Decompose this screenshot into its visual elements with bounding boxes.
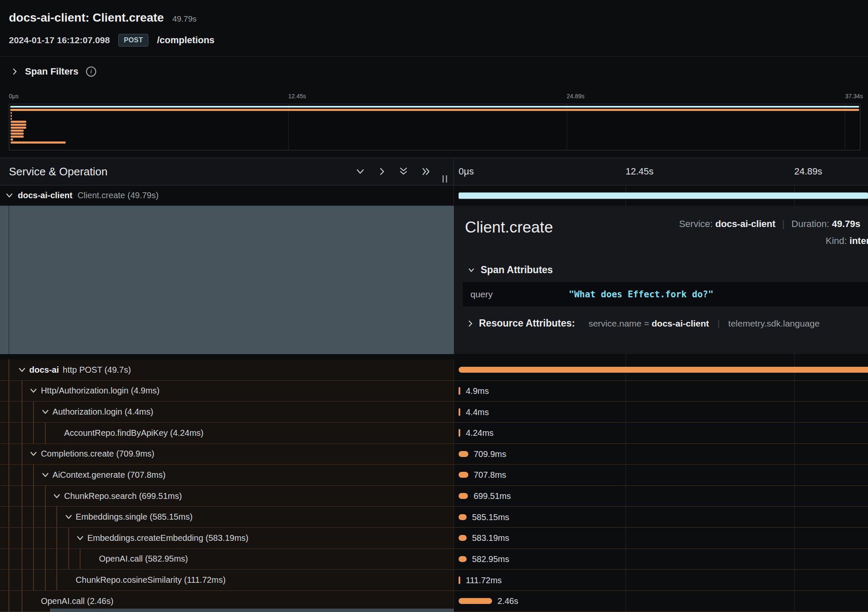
span-row-timeline[interactable]: 111.72ms — [454, 570, 868, 590]
span-detail-meta: Service: docs-ai-client|Duration: 49.79s — [679, 219, 860, 230]
span-bar[interactable] — [459, 493, 468, 499]
indent-guide — [22, 402, 22, 422]
span-row-label[interactable]: docs-ai http POST (49.7s) — [0, 360, 454, 380]
span-bar[interactable] — [459, 598, 492, 604]
span-row[interactable]: ChunkRepo.search (699.51ms) 699.51ms — [0, 486, 868, 507]
span-row-label[interactable]: ChunkRepo.search (699.51ms) — [0, 486, 454, 507]
expand-chevron-icon[interactable] — [42, 410, 49, 414]
resource-attributes-toggle[interactable]: Resource Attributes: — [479, 318, 575, 329]
expand-chevron-icon[interactable] — [77, 536, 83, 540]
collapse-all-button[interactable] — [422, 167, 431, 176]
selected-span-highlight[interactable] — [0, 206, 454, 354]
trace-header: docs-ai-client: Client.create 49.79s 202… — [0, 0, 868, 57]
span-row-label[interactable]: Completions.create (709.9ms) — [0, 444, 454, 465]
minimap-span-bar — [11, 133, 24, 135]
span-bar[interactable] — [459, 556, 467, 562]
span-row[interactable]: Http/Authorization.login (4.9ms) 4.9ms — [0, 381, 868, 402]
span-row-label[interactable]: Authorization.login (4.4ms) — [0, 402, 454, 422]
expand-chevron-icon[interactable] — [30, 451, 37, 456]
span-row[interactable]: Authorization.login (4.4ms) 4.4ms — [0, 402, 868, 423]
span-row-label[interactable]: ChunkRepo.cosineSimilarity (111.72ms) — [0, 570, 454, 590]
span-row-label[interactable]: AiContext.generate (707.8ms) — [0, 465, 454, 485]
span-attributes-toggle[interactable]: Span Attributes — [468, 264, 553, 276]
span-row-timeline[interactable]: 585.15ms — [454, 507, 868, 527]
service-name: docs-ai-client — [18, 191, 72, 200]
expand-chevron-icon[interactable] — [6, 193, 13, 198]
span-row[interactable]: Embeddings.createEmbedding (583.19ms) 58… — [0, 528, 868, 549]
minimap-tick: 37.34s — [845, 93, 863, 100]
span-filters-section: Span Filters i — [0, 57, 868, 86]
expand-chevron-icon[interactable] — [53, 494, 60, 498]
expand-chevron-icon[interactable] — [19, 368, 25, 372]
span-row[interactable]: OpenAI.call (582.95ms) 582.95ms — [0, 549, 868, 570]
span-bar[interactable] — [459, 193, 868, 199]
span-row[interactable]: ChunkRepo.cosineSimilarity (111.72ms) 11… — [0, 570, 868, 591]
span-duration-label: 111.72ms — [466, 575, 502, 585]
operation-name: Http/Authorization.login (4.9ms) — [41, 386, 159, 396]
indent-guide — [68, 528, 69, 548]
span-bar[interactable] — [459, 535, 467, 541]
minimap-span-bar — [11, 118, 12, 120]
span-row-timeline[interactable]: 582.95ms — [454, 549, 868, 570]
span-row[interactable]: docs-ai http POST (49.7s) — [0, 360, 868, 381]
span-row-label[interactable]: OpenAI.call (582.95ms) — [0, 549, 454, 570]
span-row[interactable]: Embeddings.single (585.15ms) 585.15ms — [0, 507, 868, 528]
minimap-tick: 24.89s — [567, 93, 584, 100]
indent-guide — [45, 486, 46, 507]
chevron-right-icon[interactable] — [468, 320, 473, 327]
indent-guide — [22, 591, 22, 612]
span-row-label[interactable]: Embeddings.single (585.15ms) — [0, 507, 454, 527]
expand-one-button[interactable] — [356, 169, 364, 174]
span-row-label[interactable]: docs-ai-client Client.create (49.79s) — [0, 186, 454, 206]
expand-chevron-icon[interactable] — [65, 515, 72, 519]
span-row-timeline[interactable]: 699.51ms — [454, 486, 868, 507]
meta-divider: | — [718, 318, 720, 329]
span-row-timeline[interactable]: 707.8ms — [454, 465, 868, 485]
timeline-tick: 0μs — [459, 166, 474, 177]
expand-chevron-icon[interactable] — [42, 473, 49, 477]
span-row-root[interactable]: docs-ai-client Client.create (49.79s) — [0, 186, 868, 206]
span-rows-list: docs-ai http POST (49.7s) Http/Authoriza… — [0, 360, 868, 612]
expand-chevron-icon[interactable] — [30, 388, 37, 393]
span-row-label[interactable]: Embeddings.createEmbedding (583.19ms) — [0, 528, 454, 548]
panel-resize-handle[interactable] — [442, 175, 447, 183]
span-row-label[interactable]: Http/Authorization.login (4.9ms) — [0, 381, 454, 402]
indent-guide — [22, 381, 22, 402]
span-row-timeline[interactable]: 2.46s — [454, 591, 868, 612]
span-bar[interactable] — [459, 387, 460, 395]
indent-guide — [45, 549, 46, 570]
span-row-timeline[interactable]: 709.9ms — [454, 444, 868, 465]
span-row-timeline[interactable]: 4.24ms — [454, 423, 868, 443]
span-row-label[interactable]: AccountRepo.findByApiKey (4.24ms) — [0, 423, 454, 443]
span-row[interactable]: AiContext.generate (707.8ms) 707.8ms — [0, 465, 868, 486]
span-row-timeline[interactable]: 4.9ms — [454, 381, 868, 402]
info-icon[interactable]: i — [86, 66, 96, 77]
span-bar[interactable] — [459, 514, 467, 520]
operation-name: AiContext.generate (707.8ms) — [53, 470, 166, 480]
span-bar[interactable] — [459, 429, 460, 437]
span-bar[interactable] — [459, 367, 868, 373]
span-duration-label: 4.4ms — [466, 407, 489, 417]
operation-name: OpenAI.call (582.95ms) — [99, 554, 188, 564]
span-bar[interactable] — [459, 576, 460, 584]
operation-name: ChunkRepo.cosineSimilarity (111.72ms) — [76, 575, 226, 585]
timeline-minimap[interactable] — [9, 104, 860, 150]
span-row-timeline[interactable]: 4.4ms — [454, 402, 868, 422]
span-row-timeline[interactable] — [454, 360, 868, 380]
minimap-span-bar — [11, 124, 26, 126]
span-row-timeline[interactable]: 583.19ms — [454, 528, 868, 548]
span-detail-title: Client.create — [465, 219, 553, 236]
span-row[interactable]: Completions.create (709.9ms) 709.9ms — [0, 444, 868, 465]
span-bar[interactable] — [459, 408, 460, 416]
collapse-one-button[interactable] — [379, 167, 385, 176]
indent-guide — [45, 528, 46, 548]
span-filters-toggle[interactable]: Span Filters — [25, 66, 78, 77]
expand-all-button[interactable] — [399, 167, 408, 176]
operation-name: OpenAI.call (2.46s) — [41, 596, 113, 606]
span-bar[interactable] — [459, 472, 468, 478]
minimap-tick: 0μs — [9, 93, 19, 100]
chevron-right-icon[interactable] — [12, 68, 17, 75]
indent-guide — [8, 206, 9, 354]
span-bar[interactable] — [459, 451, 468, 457]
span-row[interactable]: AccountRepo.findByApiKey (4.24ms) 4.24ms — [0, 423, 868, 444]
